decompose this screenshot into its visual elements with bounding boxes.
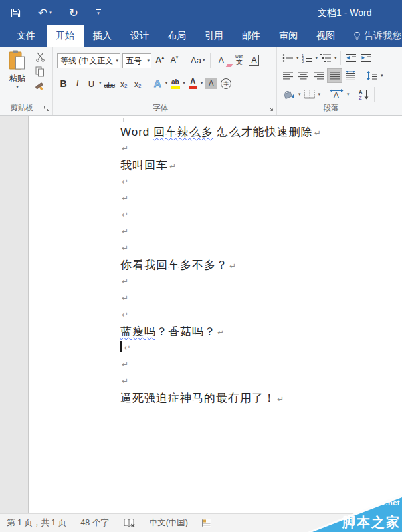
grow-font-button[interactable]: A▴ (153, 53, 166, 68)
borders-icon[interactable] (302, 87, 317, 102)
line-spacing-dropdown-icon[interactable]: ▾ (381, 73, 383, 78)
doc-paragraph[interactable]: 我叫回车↵ (120, 158, 321, 174)
line-spacing-icon[interactable] (365, 68, 379, 83)
font-dialog-launcher-icon[interactable] (267, 105, 274, 112)
shading-dropdown-icon[interactable]: ▾ (298, 92, 301, 97)
underline-dropdown-icon[interactable]: ▾ (99, 80, 102, 86)
sort-icon[interactable]: AZ (357, 87, 371, 102)
character-shading-button[interactable]: A (204, 76, 218, 90)
font-color-button[interactable]: A (187, 76, 199, 90)
copy-icon[interactable] (35, 66, 45, 77)
font-size-dropdown-icon[interactable]: ▾ (147, 58, 150, 63)
cut-icon[interactable] (35, 52, 45, 62)
doc-paragraph[interactable]: ↵ (120, 241, 321, 257)
superscript-button[interactable]: x2 (132, 76, 144, 90)
paragraph-mark: ↵ (122, 310, 128, 319)
ime-keyboard-icon[interactable] (202, 519, 211, 527)
font-color-dropdown-icon[interactable]: ▾ (201, 80, 203, 86)
justify-icon[interactable] (327, 68, 342, 83)
tab-5[interactable]: 邮件 (233, 25, 270, 47)
clipboard-dialog-launcher-icon[interactable] (43, 105, 50, 112)
doc-paragraph[interactable]: ↵ (120, 307, 321, 324)
doc-paragraph[interactable]: Word 回车辣么多 怎么才能快速删除↵ (120, 124, 321, 141)
italic-button[interactable]: I (71, 76, 84, 90)
undo-icon: ↶ (38, 7, 47, 19)
save-icon[interactable] (11, 8, 21, 18)
font-name-dropdown-icon[interactable]: ▾ (116, 58, 118, 63)
asian-layout-button[interactable]: A (328, 87, 346, 102)
multilevel-dropdown-icon[interactable]: ▾ (334, 55, 337, 61)
bullets-dropdown-icon[interactable]: ▾ (296, 55, 299, 61)
proofing-status-icon[interactable] (123, 518, 136, 529)
underline-button[interactable]: U (85, 76, 98, 90)
clear-formatting-button[interactable]: A (215, 53, 227, 68)
enclose-characters-button[interactable]: 字 (219, 76, 233, 90)
tab-file[interactable]: 文件 (5, 25, 47, 47)
distribute-text-icon[interactable] (344, 68, 357, 83)
undo-dropdown-icon[interactable]: ▾ (49, 10, 52, 15)
font-name-combo[interactable]: 等线 (中文正文 ▾ (57, 53, 120, 68)
shrink-font-button[interactable]: A▾ (168, 53, 181, 68)
undo-button[interactable]: ↶ ▾ (38, 7, 52, 19)
tab-3[interactable]: 布局 (158, 25, 195, 47)
paragraph-mark: ↵ (122, 243, 128, 253)
doc-paragraph[interactable]: 逼死强迫症神马的最有用了！↵ (120, 390, 321, 407)
tab-1[interactable]: 插入 (84, 25, 121, 47)
tab-2[interactable]: 设计 (121, 25, 158, 47)
multilevel-list-icon[interactable] (319, 51, 333, 65)
text-effects-dropdown-icon[interactable]: ▾ (165, 80, 168, 86)
asian-layout-dropdown-icon[interactable]: ▾ (347, 92, 350, 97)
doc-paragraph[interactable]: ↵ (120, 374, 321, 390)
customize-qat-icon[interactable]: ▾ (96, 9, 101, 17)
subscript-button[interactable]: x2 (118, 76, 130, 90)
highlight-dropdown-icon[interactable]: ▾ (183, 80, 185, 86)
doc-paragraph[interactable]: 蓝瘦吗？香菇吗？↵ (120, 324, 321, 340)
change-case-button[interactable]: Aa▾ (189, 53, 206, 68)
bullets-icon[interactable] (281, 51, 295, 65)
document-page[interactable]: Word 回车辣么多 怎么才能快速删除↵↵我叫回车↵↵↵↵↵↵你看我回车多不多？… (28, 116, 402, 513)
doc-paragraph[interactable]: 你看我回车多不多？↵ (120, 257, 321, 274)
phonetic-guide-button[interactable]: wén文 (233, 53, 245, 68)
paragraph-mark: ↵ (122, 376, 128, 386)
character-border-button[interactable]: A (247, 53, 260, 68)
tab-tell-me[interactable]: 告诉我您 (344, 25, 402, 47)
doc-paragraph[interactable]: ↵ (120, 274, 321, 291)
align-left-icon[interactable] (281, 68, 295, 83)
strikethrough-button[interactable]: abc (103, 76, 116, 90)
lightbulb-icon (353, 31, 361, 41)
align-right-icon[interactable] (312, 68, 326, 83)
paste-dropdown-icon[interactable]: ▾ (16, 84, 19, 90)
increase-indent-icon[interactable] (359, 51, 373, 65)
doc-paragraph[interactable]: ↵ (120, 174, 321, 191)
doc-paragraph[interactable]: ↵ (120, 291, 321, 307)
decrease-indent-icon[interactable] (344, 51, 358, 65)
language-indicator[interactable]: 中文(中国) (150, 517, 188, 529)
doc-paragraph[interactable]: ↵ (120, 357, 321, 374)
numbering-icon[interactable]: 123 (300, 51, 314, 65)
doc-paragraph[interactable]: ↵ (120, 191, 321, 207)
doc-paragraph[interactable]: ↵ (120, 141, 321, 158)
shading-bucket-icon[interactable] (281, 87, 297, 102)
doc-paragraph[interactable]: ↵ (120, 207, 321, 224)
page-indicator[interactable]: 第 1 页，共 1 页 (7, 517, 66, 529)
text-effects-button[interactable]: A (151, 76, 164, 90)
watermark: jb51.net 脚本之家 (308, 494, 402, 532)
svg-text:Z: Z (359, 94, 362, 100)
format-painter-icon[interactable] (35, 82, 45, 91)
bold-button[interactable]: B (57, 76, 70, 90)
align-center-icon[interactable] (296, 68, 310, 83)
tab-7[interactable]: 视图 (307, 25, 344, 47)
word-count[interactable]: 48 个字 (80, 517, 108, 529)
doc-paragraph[interactable]: ↵ (120, 340, 321, 357)
borders-dropdown-icon[interactable]: ▾ (318, 92, 321, 97)
doc-paragraph[interactable]: ↵ (120, 224, 321, 241)
highlight-button[interactable]: ab (169, 76, 181, 90)
tab-4[interactable]: 引用 (195, 25, 233, 47)
tab-0[interactable]: 开始 (47, 25, 84, 47)
numbering-dropdown-icon[interactable]: ▾ (316, 55, 318, 61)
font-size-combo[interactable]: 五号 ▾ (122, 53, 151, 68)
paste-button[interactable]: 粘贴 ▾ (3, 50, 31, 108)
tab-6[interactable]: 审阅 (270, 25, 307, 47)
paragraph-mark: ↵ (122, 277, 128, 286)
redo-button[interactable]: ↻ (69, 7, 78, 19)
